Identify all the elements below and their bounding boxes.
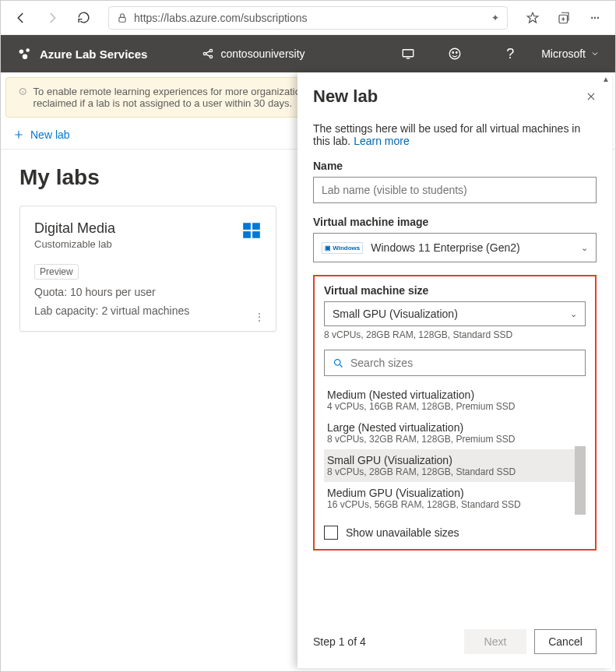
size-option[interactable]: Large (Nested virtualization)8 vCPUs, 32…	[324, 417, 586, 449]
lab-card[interactable]: Digital Media Customizable lab Preview Q…	[19, 206, 276, 332]
svg-rect-16	[252, 231, 260, 238]
monitor-icon[interactable]	[401, 47, 432, 61]
user-name: Microsoft	[541, 47, 586, 60]
next-button[interactable]: Next	[464, 629, 526, 654]
favorites-icon[interactable]	[522, 7, 544, 29]
back-button[interactable]	[10, 7, 32, 29]
new-lab-panel: ▲ New lab The settings here will be used…	[297, 72, 612, 668]
preview-badge: Preview	[34, 264, 79, 280]
help-icon[interactable]: ?	[495, 46, 526, 62]
svg-rect-13	[243, 223, 251, 230]
panel-description: The settings here will be used for all v…	[313, 122, 597, 147]
panel-scrollbar[interactable]: ▲	[600, 72, 612, 645]
image-value: Windows 11 Enterprise (Gen2)	[371, 241, 519, 254]
svg-point-9	[449, 48, 460, 59]
size-selected-spec: 8 vCPUs, 28GB RAM, 128GB, Standard SSD	[324, 329, 586, 340]
image-label: Virtual machine image	[313, 216, 597, 228]
step-indicator: Step 1 of 4	[313, 635, 456, 648]
brand[interactable]: Azure Lab Services	[16, 45, 147, 62]
svg-point-11	[456, 52, 458, 54]
size-option-name: Medium GPU (Visualization)	[327, 487, 583, 499]
svg-point-3	[26, 48, 30, 52]
forward-button[interactable]	[41, 7, 63, 29]
more-icon[interactable]: ···	[584, 7, 606, 29]
browser-toolbar: https://labs.azure.com/subscriptions ✦ ·…	[1, 1, 615, 35]
scroll-up-icon[interactable]: ▲	[600, 72, 612, 85]
show-unavailable-label: Show unavailable sizes	[346, 526, 459, 539]
scroll-thumb[interactable]	[575, 446, 586, 515]
svg-rect-0	[119, 17, 125, 22]
size-option-name: Small GPU (Visualization)	[327, 454, 583, 466]
close-icon	[586, 91, 597, 102]
search-icon	[333, 357, 344, 369]
size-selected: Small GPU (Visualization)	[333, 308, 458, 320]
size-option-name: Large (Nested virtualization)	[327, 421, 583, 434]
card-title: Digital Media	[34, 220, 262, 237]
size-option[interactable]: Medium GPU (Visualization)16 vCPUs, 56GB…	[324, 482, 586, 515]
new-lab-label: New lab	[30, 128, 70, 141]
chevron-down-icon	[590, 49, 600, 58]
lab-name-input[interactable]	[313, 177, 597, 203]
user-menu[interactable]: Microsoft	[541, 47, 600, 60]
card-subtitle: Customizable lab	[34, 238, 262, 250]
panel-title: New lab	[313, 86, 586, 107]
size-option-spec: 16 vCPUs, 56GB RAM, 128GB, Standard SSD	[327, 499, 583, 510]
svg-point-17	[335, 359, 341, 365]
cancel-button[interactable]: Cancel	[534, 629, 597, 654]
size-option-name: Medium (Nested virtualization)	[327, 389, 583, 401]
size-option[interactable]: Small GPU (Visualization)8 vCPUs, 28GB R…	[324, 449, 586, 482]
share-icon	[202, 47, 214, 60]
close-button[interactable]	[586, 91, 597, 102]
feedback-icon[interactable]	[448, 47, 479, 61]
brand-text: Azure Lab Services	[40, 47, 147, 61]
show-unavailable-row[interactable]: Show unavailable sizes	[324, 526, 586, 540]
windows-icon	[241, 220, 262, 241]
collections-icon[interactable]	[553, 7, 575, 29]
info-icon	[19, 86, 27, 97]
svg-point-10	[452, 52, 454, 54]
panel-footer: Step 1 of 4 Next Cancel	[297, 621, 612, 668]
tenant-name: contosouniversity	[220, 47, 304, 60]
logo-icon	[16, 45, 33, 62]
learn-more-link[interactable]: Learn more	[354, 135, 410, 147]
lock-icon	[117, 12, 128, 23]
svg-point-4	[23, 54, 27, 58]
svg-rect-14	[252, 223, 260, 230]
reader-icon[interactable]: ✦	[491, 12, 499, 23]
vm-size-section: Virtual machine size Small GPU (Visualiz…	[313, 275, 597, 551]
tenant-switcher[interactable]: contosouniversity	[202, 47, 304, 60]
checkbox[interactable]	[324, 526, 338, 540]
size-option-spec: 8 vCPUs, 32GB RAM, 128GB, Premium SSD	[327, 434, 583, 445]
address-bar[interactable]: https://labs.azure.com/subscriptions ✦	[108, 6, 508, 30]
size-search[interactable]	[324, 350, 586, 376]
capacity-line: Lab capacity: 2 virtual machines	[34, 304, 262, 317]
windows-badge: ▣ Windows	[322, 242, 363, 254]
vm-image-select[interactable]: ▣ Windows Windows 11 Enterprise (Gen2) ⌄	[313, 233, 597, 262]
size-search-input[interactable]	[350, 357, 577, 369]
svg-point-2	[19, 50, 24, 55]
vm-size-select[interactable]: Small GPU (Visualization) ⌄	[324, 301, 586, 326]
refresh-button[interactable]	[72, 7, 94, 29]
size-option[interactable]: Medium (Nested virtualization)4 vCPUs, 1…	[324, 384, 586, 417]
chevron-down-icon: ⌄	[581, 243, 588, 253]
quota-line: Quota: 10 hours per user	[34, 286, 262, 298]
url-text: https://labs.azure.com/subscriptions	[134, 12, 485, 24]
size-option-spec: 4 vCPUs, 16GB RAM, 128GB, Premium SSD	[327, 401, 583, 412]
new-lab-button[interactable]: New lab	[13, 128, 70, 141]
size-label: Virtual machine size	[324, 284, 586, 297]
plus-icon	[13, 129, 24, 140]
size-option-spec: 8 vCPUs, 28GB RAM, 128GB, Standard SSD	[327, 466, 583, 477]
card-more-icon[interactable]: ⋮	[254, 311, 265, 323]
chevron-down-icon: ⌄	[570, 309, 577, 319]
name-label: Name	[313, 160, 597, 172]
svg-rect-8	[403, 50, 414, 57]
size-list: Medium (Nested virtualization)4 vCPUs, 1…	[324, 384, 586, 515]
app-header: Azure Lab Services contosouniversity ? M…	[1, 35, 615, 72]
svg-rect-15	[243, 231, 251, 238]
